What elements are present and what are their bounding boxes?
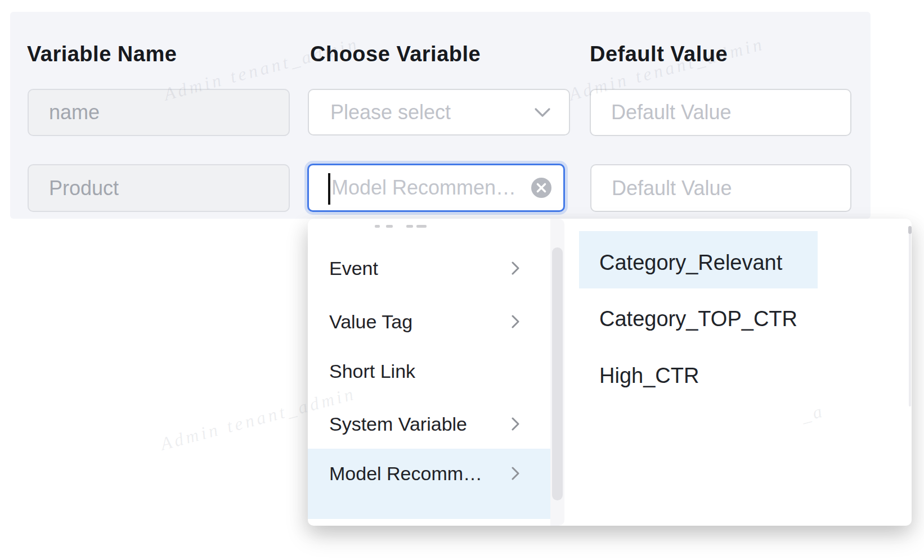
column-header-variable-name: Variable Name: [27, 42, 177, 66]
column-header-choose-variable: Choose Variable: [310, 42, 481, 66]
select-placeholder: Please select: [330, 90, 451, 134]
cascader-item-short-link[interactable]: Short Link: [308, 345, 550, 398]
chevron-right-icon: [512, 466, 519, 481]
clear-selection-icon[interactable]: [531, 177, 552, 198]
submenu-scrollbar-thumb[interactable]: [908, 226, 912, 234]
chevron-down-icon: [534, 107, 551, 118]
select-placeholder: Model Recommen…: [331, 165, 516, 210]
cascader-subitem-category-relevant[interactable]: Category_Relevant: [579, 236, 911, 289]
cascader-item-model-recommend[interactable]: Model Recomm…: [308, 447, 550, 500]
scrollbar-track: [550, 219, 564, 526]
variable-name-input-row1[interactable]: [28, 89, 290, 136]
screen: Variable Name Choose Variable Default Va…: [0, 0, 924, 560]
cascader-item-event[interactable]: Event: [308, 242, 550, 295]
cascader-item-system-variable[interactable]: System Variable: [308, 398, 550, 450]
default-value-input-row2[interactable]: [590, 164, 851, 212]
chevron-right-icon: [512, 417, 519, 431]
chevron-right-icon: [512, 314, 519, 329]
default-value-input-row1[interactable]: [590, 89, 851, 136]
cascader-item-value-tag[interactable]: Value Tag: [308, 295, 550, 348]
column-header-default-value: Default Value: [590, 42, 728, 66]
cascader-dropdown: Event Value Tag Short Link System Variab…: [308, 219, 912, 526]
scrollbar-thumb[interactable]: [552, 247, 563, 500]
chevron-right-icon: [512, 261, 519, 276]
text-caret: [328, 173, 330, 205]
choose-variable-select-row1[interactable]: Please select: [308, 89, 570, 136]
variable-name-input-row2[interactable]: [28, 164, 290, 212]
choose-variable-select-row2[interactable]: Model Recommen…: [307, 164, 565, 212]
cascader-subitem-category-top-ctr[interactable]: Category_TOP_CTR: [579, 292, 911, 345]
submenu-scrollbar-track: [909, 226, 911, 407]
cascader-subitem-high-ctr[interactable]: High_CTR: [579, 349, 911, 402]
